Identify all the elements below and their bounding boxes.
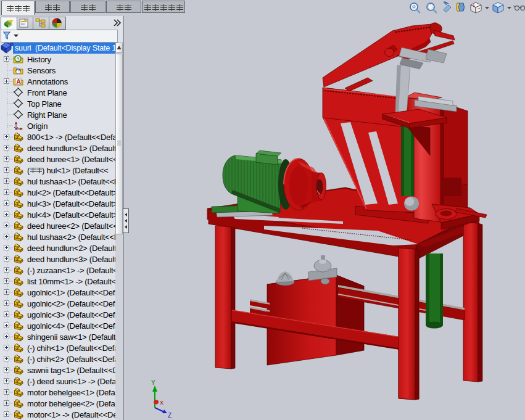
svg-text:A: A bbox=[17, 78, 21, 85]
svg-text:Y: Y bbox=[151, 379, 155, 386]
svg-text:Z: Z bbox=[168, 412, 172, 419]
svg-text:X: X bbox=[160, 400, 163, 406]
